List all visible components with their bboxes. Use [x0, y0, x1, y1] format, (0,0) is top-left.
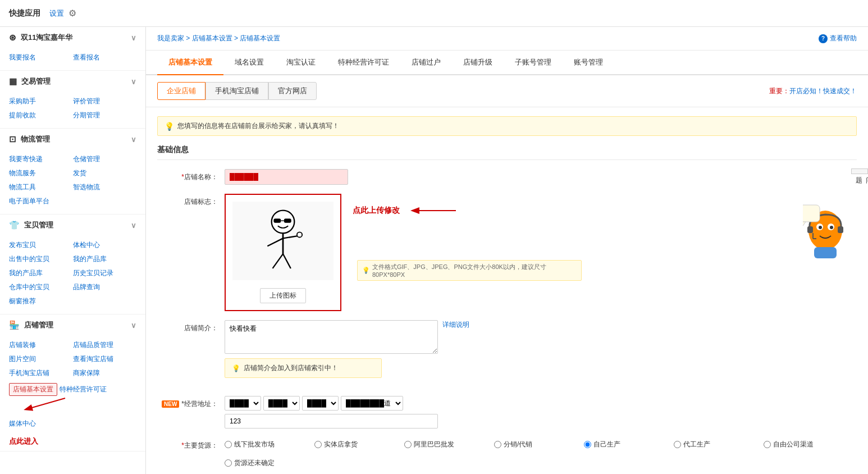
subtab-official[interactable]: 官方网店 — [268, 82, 317, 100]
intro-control: 快看快看 详细说明 💡 店铺简介会加入到店铺索引中！ — [225, 320, 857, 387]
sidebar-link-fahuo[interactable]: 发货 — [73, 166, 137, 180]
settings-link[interactable]: 设置 — [49, 8, 64, 19]
jiaoyi-icon: ▦ — [9, 76, 17, 86]
store-name-input[interactable] — [225, 169, 348, 185]
radio-input-ziyougsi[interactable] — [764, 441, 771, 448]
tab-guohu[interactable]: 店铺过户 — [400, 51, 452, 75]
sidebar-link-shangjiabz[interactable]: 商家保障 — [73, 366, 137, 380]
upload-icon-button[interactable]: 上传图标 — [260, 288, 306, 303]
gear-icon[interactable]: ⚙ — [68, 8, 76, 19]
sidebar-link-caigou[interactable]: 采购助手 — [9, 94, 73, 108]
radio-weiquedin[interactable]: 货源还未确定 — [225, 456, 314, 470]
sidebar-link-tiqian[interactable]: 提前收款 — [9, 108, 73, 122]
tab-zizhanghao[interactable]: 子账号管理 — [504, 51, 563, 75]
sidebar-link-baoming[interactable]: 我要报名 — [9, 51, 73, 65]
sidebar-section-header-baobei[interactable]: 👕 宝贝管理 ∨ — [0, 215, 145, 236]
tab-jibenshezhi[interactable]: 店铺基本设置 — [157, 51, 223, 75]
tab-tezhong[interactable]: 特种经营许可证 — [327, 51, 400, 75]
address-text-input[interactable] — [225, 414, 438, 429]
fast-deal-link[interactable]: 快速成交！ — [823, 87, 857, 95]
tab-shengji[interactable]: 店铺升级 — [452, 51, 504, 75]
sidebar-link-tupian[interactable]: 图片空间 — [9, 352, 73, 366]
sidebar-links-wuliu: 我要寄快递 仓储管理 物流服务 发货 物流工具 智选物流 电子面单平台 — [0, 150, 145, 214]
sidebar-link-pinzhi[interactable]: 店铺品质管理 — [73, 338, 137, 352]
mascot-image: 常见问题 — [803, 202, 848, 258]
radio-ziyougsi[interactable]: 自由公司渠道 — [764, 437, 853, 452]
subtab-mobile[interactable]: 手机淘宝店铺 — [205, 82, 268, 100]
radio-shitidian[interactable]: 实体店拿货 — [314, 437, 404, 452]
form-row-goods: *主要货源： 线下批发市场 实体店拿货 阿里巴巴批发 — [157, 437, 857, 470]
sidebar-link-shouji[interactable]: 手机淘宝店铺 — [9, 366, 73, 380]
sidebar-link-pingjia[interactable]: 评价管理 — [73, 94, 137, 108]
float-panel[interactable]: 常见问题 — [851, 168, 868, 174]
svg-point-15 — [819, 226, 822, 229]
breadcrumb-home[interactable]: 我是卖家 — [157, 34, 184, 42]
help-link[interactable]: ? 查看帮助 — [819, 34, 857, 43]
upload-annotation-text: 点此上传修改 — [353, 206, 400, 216]
radio-pifashichang[interactable]: 线下批发市场 — [225, 437, 314, 452]
upload-hint: 💡 文件格式GIF、JPG、JPEG、PNG文件大小80K以内，建议尺寸80PX… — [357, 260, 582, 281]
tab-zhanghao[interactable]: 账号管理 — [563, 51, 614, 75]
address-select-district[interactable]: ████ — [302, 396, 339, 411]
logo-upload-area[interactable]: 上传图标 — [225, 194, 341, 311]
sidebar-link-chakan[interactable]: 查看淘宝店铺 — [73, 352, 137, 366]
detail-link[interactable]: 详细说明 — [442, 320, 469, 330]
sidebar-link-tijian[interactable]: 体检中心 — [73, 238, 137, 252]
form-row-intro: 店铺简介： 快看快看 详细说明 💡 店铺简介会加入到店铺索引中！ — [157, 320, 857, 387]
radio-input-shitidian[interactable] — [314, 441, 322, 448]
svg-line-10 — [283, 254, 291, 268]
sidebar-link-fenqi[interactable]: 分期管理 — [73, 108, 137, 122]
sidebar-link-wodecp[interactable]: 我的产品库 — [73, 252, 137, 266]
sidebar-link-zhixuan[interactable]: 智选物流 — [73, 180, 137, 194]
sidebar-links-baobei: 发布宝贝 体检中心 出售中的宝贝 我的产品库 我的产品库 历史宝贝记录 仓库中的… — [0, 236, 145, 314]
address-select-province[interactable]: ████ — [225, 396, 261, 411]
radio-fxdx[interactable]: 分销/代销 — [494, 437, 584, 452]
sidebar-link-wuliugongju[interactable]: 物流工具 — [9, 180, 73, 194]
sidebar-section-header-dianpu[interactable]: 🏪 店铺管理 ∨ — [0, 315, 145, 336]
radio-daigong[interactable]: 代工生产 — [674, 437, 764, 452]
sidebar-link-chuchuang[interactable]: 橱窗推荐 — [9, 294, 136, 308]
address-select-city[interactable]: ████ — [263, 396, 300, 411]
address-control: ████ ████ ████ ████████道 — [225, 396, 857, 429]
sidebar-link-zhuangxiu[interactable]: 店铺装修 — [9, 338, 73, 352]
sidebar-links-dianpu: 店铺装修 店铺品质管理 图片空间 查看淘宝店铺 手机淘宝店铺 商家保障 店铺基本… — [0, 336, 145, 436]
tab-yuming[interactable]: 域名设置 — [223, 51, 275, 75]
logo-meme-image — [238, 207, 328, 275]
radio-input-zijishengchan[interactable] — [584, 441, 591, 448]
sidebar-link-fabu[interactable]: 发布宝贝 — [9, 238, 73, 252]
sidebar-link-cangchu[interactable]: 仓储管理 — [73, 152, 137, 166]
sidebar-links-jiaoyi: 采购助手 评价管理 提前收款 分期管理 — [0, 92, 145, 128]
radio-input-weiquedin[interactable] — [225, 459, 232, 467]
sidebar-link-pinpai[interactable]: 品牌查询 — [73, 280, 137, 294]
sidebar-link-dianzimingdan[interactable]: 电子面单平台 — [9, 194, 136, 208]
subtab-enterprise[interactable]: 企业店铺 — [157, 82, 205, 100]
sidebar-link-chushou[interactable]: 出售中的宝贝 — [9, 252, 73, 266]
chevron-down-icon-jiaoyi: ∨ — [131, 78, 136, 86]
sidebar-link-wodecp2[interactable]: 我的产品库 — [9, 266, 73, 280]
sidebar-section-label-baobei: 宝贝管理 — [24, 220, 53, 230]
sidebar-link-cangku[interactable]: 仓库中的宝贝 — [9, 280, 73, 294]
sidebar-section-header-jiaoyi[interactable]: ▦ 交易管理 ∨ — [0, 71, 145, 92]
chevron-down-icon: ∨ — [131, 34, 136, 42]
radio-zijishengchan[interactable]: 自己生产 — [584, 437, 674, 452]
radio-alibaba[interactable]: 阿里巴巴批发 — [404, 437, 494, 452]
sidebar-link-chakanbaoming[interactable]: 查看报名 — [73, 51, 137, 65]
sidebar-link-wuliufuwu[interactable]: 物流服务 — [9, 166, 73, 180]
sidebar-link-meiti[interactable]: 媒体中心 — [9, 417, 136, 431]
sidebar-section-header-shuang11[interactable]: ⊛ 双11淘宝嘉年华 ∨ — [0, 27, 145, 48]
sidebar-link-jikuaidi[interactable]: 我要寄快递 — [9, 152, 73, 166]
radio-input-fxdx[interactable] — [494, 441, 501, 448]
radio-input-alibaba[interactable] — [404, 441, 412, 448]
radio-input-pifashichang[interactable] — [225, 441, 232, 448]
intro-textarea[interactable]: 快看快看 — [225, 320, 438, 354]
intro-hint-text: 店铺简介会加入到店铺索引中！ — [244, 363, 338, 373]
address-select-street[interactable]: ████████道 — [341, 396, 403, 411]
radio-input-daigong[interactable] — [674, 441, 681, 448]
breadcrumb-section[interactable]: 店铺基本设置 — [192, 34, 232, 42]
open-notice-link[interactable]: 开店必知！ — [789, 87, 823, 95]
sidebar-link-lishicp[interactable]: 历史宝贝记录 — [73, 266, 137, 280]
tab-taobaorenzheng[interactable]: 淘宝认证 — [275, 51, 327, 75]
form-row-address: NEW*经营地址： ████ ████ ████ — [157, 396, 857, 429]
svg-line-7 — [283, 236, 299, 239]
sidebar-section-header-wuliu[interactable]: ⊡ 物流管理 ∨ — [0, 129, 145, 150]
